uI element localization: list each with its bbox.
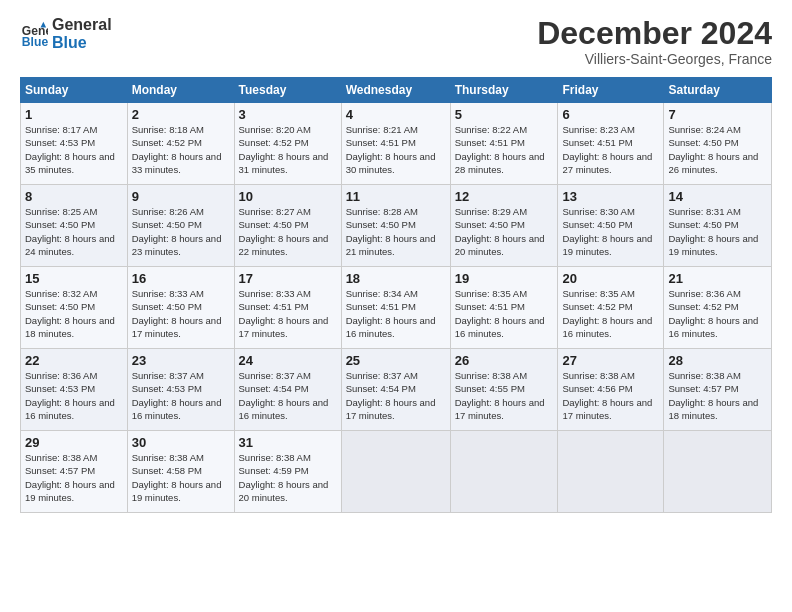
location: Villiers-Saint-Georges, France — [537, 51, 772, 67]
svg-text:Blue: Blue — [22, 35, 48, 48]
day-detail: Sunrise: 8:21 AMSunset: 4:51 PMDaylight:… — [346, 124, 436, 175]
day-number: 18 — [346, 271, 446, 286]
day-detail: Sunrise: 8:26 AMSunset: 4:50 PMDaylight:… — [132, 206, 222, 257]
day-number: 15 — [25, 271, 123, 286]
day-detail: Sunrise: 8:36 AMSunset: 4:52 PMDaylight:… — [668, 288, 758, 339]
calendar-cell: 15 Sunrise: 8:32 AMSunset: 4:50 PMDaylig… — [21, 267, 128, 349]
week-row-3: 15 Sunrise: 8:32 AMSunset: 4:50 PMDaylig… — [21, 267, 772, 349]
calendar-cell: 5 Sunrise: 8:22 AMSunset: 4:51 PMDayligh… — [450, 103, 558, 185]
day-detail: Sunrise: 8:25 AMSunset: 4:50 PMDaylight:… — [25, 206, 115, 257]
calendar-cell: 12 Sunrise: 8:29 AMSunset: 4:50 PMDaylig… — [450, 185, 558, 267]
calendar-cell: 8 Sunrise: 8:25 AMSunset: 4:50 PMDayligh… — [21, 185, 128, 267]
calendar-cell: 24 Sunrise: 8:37 AMSunset: 4:54 PMDaylig… — [234, 349, 341, 431]
calendar-cell: 14 Sunrise: 8:31 AMSunset: 4:50 PMDaylig… — [664, 185, 772, 267]
header: General Blue General Blue December 2024 … — [20, 16, 772, 67]
day-detail: Sunrise: 8:17 AMSunset: 4:53 PMDaylight:… — [25, 124, 115, 175]
calendar-cell — [341, 431, 450, 513]
day-number: 24 — [239, 353, 337, 368]
day-number: 3 — [239, 107, 337, 122]
week-row-1: 1 Sunrise: 8:17 AMSunset: 4:53 PMDayligh… — [21, 103, 772, 185]
day-number: 16 — [132, 271, 230, 286]
week-row-2: 8 Sunrise: 8:25 AMSunset: 4:50 PMDayligh… — [21, 185, 772, 267]
calendar-cell: 30 Sunrise: 8:38 AMSunset: 4:58 PMDaylig… — [127, 431, 234, 513]
day-number: 22 — [25, 353, 123, 368]
day-detail: Sunrise: 8:24 AMSunset: 4:50 PMDaylight:… — [668, 124, 758, 175]
day-detail: Sunrise: 8:38 AMSunset: 4:57 PMDaylight:… — [668, 370, 758, 421]
calendar-cell: 28 Sunrise: 8:38 AMSunset: 4:57 PMDaylig… — [664, 349, 772, 431]
calendar-cell: 1 Sunrise: 8:17 AMSunset: 4:53 PMDayligh… — [21, 103, 128, 185]
day-detail: Sunrise: 8:22 AMSunset: 4:51 PMDaylight:… — [455, 124, 545, 175]
logo-icon: General Blue — [20, 20, 48, 48]
day-detail: Sunrise: 8:27 AMSunset: 4:50 PMDaylight:… — [239, 206, 329, 257]
day-number: 13 — [562, 189, 659, 204]
month-title: December 2024 — [537, 16, 772, 51]
calendar-cell: 22 Sunrise: 8:36 AMSunset: 4:53 PMDaylig… — [21, 349, 128, 431]
weekday-header-tuesday: Tuesday — [234, 78, 341, 103]
calendar-table: SundayMondayTuesdayWednesdayThursdayFrid… — [20, 77, 772, 513]
day-detail: Sunrise: 8:18 AMSunset: 4:52 PMDaylight:… — [132, 124, 222, 175]
day-number: 17 — [239, 271, 337, 286]
day-number: 2 — [132, 107, 230, 122]
day-detail: Sunrise: 8:37 AMSunset: 4:53 PMDaylight:… — [132, 370, 222, 421]
day-detail: Sunrise: 8:23 AMSunset: 4:51 PMDaylight:… — [562, 124, 652, 175]
day-number: 11 — [346, 189, 446, 204]
weekday-header-wednesday: Wednesday — [341, 78, 450, 103]
day-number: 8 — [25, 189, 123, 204]
day-detail: Sunrise: 8:28 AMSunset: 4:50 PMDaylight:… — [346, 206, 436, 257]
day-number: 6 — [562, 107, 659, 122]
day-detail: Sunrise: 8:32 AMSunset: 4:50 PMDaylight:… — [25, 288, 115, 339]
day-detail: Sunrise: 8:35 AMSunset: 4:51 PMDaylight:… — [455, 288, 545, 339]
day-detail: Sunrise: 8:33 AMSunset: 4:51 PMDaylight:… — [239, 288, 329, 339]
calendar-cell — [450, 431, 558, 513]
day-detail: Sunrise: 8:35 AMSunset: 4:52 PMDaylight:… — [562, 288, 652, 339]
weekday-header-thursday: Thursday — [450, 78, 558, 103]
day-number: 1 — [25, 107, 123, 122]
day-detail: Sunrise: 8:38 AMSunset: 4:58 PMDaylight:… — [132, 452, 222, 503]
logo: General Blue General Blue — [20, 16, 112, 51]
day-detail: Sunrise: 8:38 AMSunset: 4:56 PMDaylight:… — [562, 370, 652, 421]
calendar-cell: 21 Sunrise: 8:36 AMSunset: 4:52 PMDaylig… — [664, 267, 772, 349]
day-number: 4 — [346, 107, 446, 122]
week-row-5: 29 Sunrise: 8:38 AMSunset: 4:57 PMDaylig… — [21, 431, 772, 513]
day-number: 5 — [455, 107, 554, 122]
calendar-cell: 3 Sunrise: 8:20 AMSunset: 4:52 PMDayligh… — [234, 103, 341, 185]
calendar-cell: 10 Sunrise: 8:27 AMSunset: 4:50 PMDaylig… — [234, 185, 341, 267]
day-number: 21 — [668, 271, 767, 286]
day-detail: Sunrise: 8:29 AMSunset: 4:50 PMDaylight:… — [455, 206, 545, 257]
calendar-cell: 19 Sunrise: 8:35 AMSunset: 4:51 PMDaylig… — [450, 267, 558, 349]
calendar-cell: 26 Sunrise: 8:38 AMSunset: 4:55 PMDaylig… — [450, 349, 558, 431]
day-detail: Sunrise: 8:38 AMSunset: 4:55 PMDaylight:… — [455, 370, 545, 421]
day-detail: Sunrise: 8:31 AMSunset: 4:50 PMDaylight:… — [668, 206, 758, 257]
week-row-4: 22 Sunrise: 8:36 AMSunset: 4:53 PMDaylig… — [21, 349, 772, 431]
title-block: December 2024 Villiers-Saint-Georges, Fr… — [537, 16, 772, 67]
weekday-header-saturday: Saturday — [664, 78, 772, 103]
day-number: 23 — [132, 353, 230, 368]
calendar-cell: 4 Sunrise: 8:21 AMSunset: 4:51 PMDayligh… — [341, 103, 450, 185]
calendar-cell: 17 Sunrise: 8:33 AMSunset: 4:51 PMDaylig… — [234, 267, 341, 349]
day-detail: Sunrise: 8:37 AMSunset: 4:54 PMDaylight:… — [239, 370, 329, 421]
day-number: 26 — [455, 353, 554, 368]
weekday-header-monday: Monday — [127, 78, 234, 103]
day-detail: Sunrise: 8:36 AMSunset: 4:53 PMDaylight:… — [25, 370, 115, 421]
weekday-header-row: SundayMondayTuesdayWednesdayThursdayFrid… — [21, 78, 772, 103]
calendar-cell: 23 Sunrise: 8:37 AMSunset: 4:53 PMDaylig… — [127, 349, 234, 431]
calendar-cell: 27 Sunrise: 8:38 AMSunset: 4:56 PMDaylig… — [558, 349, 664, 431]
day-detail: Sunrise: 8:33 AMSunset: 4:50 PMDaylight:… — [132, 288, 222, 339]
logo-general: General — [52, 16, 112, 34]
weekday-header-friday: Friday — [558, 78, 664, 103]
page: General Blue General Blue December 2024 … — [0, 0, 792, 612]
day-number: 7 — [668, 107, 767, 122]
day-number: 10 — [239, 189, 337, 204]
calendar-cell: 31 Sunrise: 8:38 AMSunset: 4:59 PMDaylig… — [234, 431, 341, 513]
day-detail: Sunrise: 8:34 AMSunset: 4:51 PMDaylight:… — [346, 288, 436, 339]
day-number: 19 — [455, 271, 554, 286]
day-number: 27 — [562, 353, 659, 368]
day-detail: Sunrise: 8:20 AMSunset: 4:52 PMDaylight:… — [239, 124, 329, 175]
calendar-cell — [664, 431, 772, 513]
day-number: 30 — [132, 435, 230, 450]
weekday-header-sunday: Sunday — [21, 78, 128, 103]
logo-blue: Blue — [52, 34, 112, 52]
calendar-cell: 20 Sunrise: 8:35 AMSunset: 4:52 PMDaylig… — [558, 267, 664, 349]
calendar-cell: 18 Sunrise: 8:34 AMSunset: 4:51 PMDaylig… — [341, 267, 450, 349]
day-number: 25 — [346, 353, 446, 368]
